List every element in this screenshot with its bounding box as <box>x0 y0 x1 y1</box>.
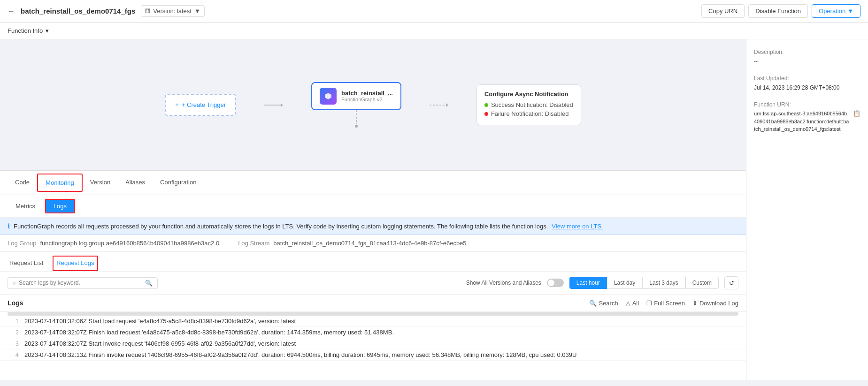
req-tab-list[interactable]: Request List <box>8 256 45 271</box>
function-node-container: fx batch_reinstall_... FunctionGraph v2 <box>311 82 401 128</box>
copy-urn-icon[interactable]: 📋 <box>853 110 860 117</box>
function-info-bar[interactable]: Function Info ▾ <box>0 23 868 39</box>
version-select[interactable]: ⚅ Version: latest ▼ <box>141 5 205 17</box>
function-icon: fx <box>320 88 337 105</box>
time-buttons: Last hour Last day Last 3 days Custom <box>569 277 719 289</box>
log-group-value: functiongraph.log.group.ae649160b8564b40… <box>40 240 219 247</box>
vertical-connector <box>356 110 357 124</box>
search-action-label: Search <box>599 300 618 307</box>
tab-monitoring[interactable]: Monitoring <box>39 174 81 191</box>
plus-icon: + <box>175 101 179 108</box>
async-success-item: Success Notification: Disabled <box>484 101 573 108</box>
log-line-number: 3 <box>8 340 19 347</box>
function-node-text: batch_reinstall_... FunctionGraph v2 <box>341 90 393 102</box>
function-urn-section: Function URN: urn:fss:ap-southeast-3:ae6… <box>754 101 860 133</box>
download-icon: ⇓ <box>692 300 698 307</box>
tab-code[interactable]: Code <box>8 173 37 192</box>
log-line: 12023-07-14T08:32:06Z Start load request… <box>0 316 746 327</box>
graph-area: + + Create Trigger fx <box>0 39 746 171</box>
fullscreen-button[interactable]: ❐ Full Screen <box>646 300 685 307</box>
filter-funnel-icon: ▿ <box>13 280 16 287</box>
failure-label: Failure Notification: Disabled <box>491 110 568 117</box>
time-btn-last-day[interactable]: Last day <box>607 277 642 289</box>
top-bar-right: Copy URN Disable Function Operation ▼ <box>701 4 860 18</box>
operation-label: Operation <box>819 8 845 15</box>
back-button[interactable]: ← <box>8 7 15 15</box>
connector-dot <box>354 124 358 128</box>
time-btn-custom[interactable]: Custom <box>685 277 719 289</box>
async-notification-box: Configure Async Notification Success Not… <box>476 84 581 125</box>
success-dot-icon <box>484 103 488 107</box>
log-stream-item: Log Stream batch_reinstall_os_demo0714_f… <box>238 240 466 247</box>
search-filter-bar: ▿ 🔍 Show All Versions and Aliases Last h… <box>0 272 746 295</box>
tab-configuration[interactable]: Configuration <box>153 173 204 192</box>
search-icon[interactable]: 🔍 <box>145 280 153 287</box>
function-info-label: Function Info <box>8 27 43 34</box>
main-tabs-bar: Code Monitoring Version Aliases Configur… <box>0 171 746 195</box>
logs-section: Logs 🔍 Search △ All ❐ Full Screen <box>0 295 746 380</box>
search-action-button[interactable]: 🔍 Search <box>589 300 618 307</box>
create-trigger-box[interactable]: + + Create Trigger <box>165 94 236 116</box>
log-line-text: 2023-07-14T08:32:06Z Start load request … <box>24 318 296 325</box>
tab-aliases[interactable]: Aliases <box>118 173 153 192</box>
refresh-button[interactable]: ↺ <box>724 276 738 289</box>
function-node[interactable]: fx batch_reinstall_... FunctionGraph v2 <box>311 82 401 110</box>
search-box: ▿ 🔍 <box>8 277 158 289</box>
connector-arrow2 <box>430 100 448 110</box>
create-trigger-label: + Create Trigger <box>182 101 226 108</box>
req-tab-logs[interactable]: Request Logs <box>54 257 96 269</box>
info-banner-text: FunctionGraph records all requests proce… <box>14 223 548 230</box>
disable-function-button[interactable]: Disable Function <box>748 4 808 18</box>
lts-link[interactable]: View more on LTS. <box>552 223 603 230</box>
log-line-number: 4 <box>8 351 19 358</box>
log-line: 42023-07-14T08:32:13Z Finish invoke requ… <box>0 349 746 361</box>
log-meta-bar: Log Group functiongraph.log.group.ae6491… <box>0 235 746 252</box>
operation-button[interactable]: Operation ▼ <box>812 4 860 18</box>
log-line-text: 2023-07-14T08:32:07Z Start invoke reques… <box>24 340 296 347</box>
graph-inner: + + Create Trigger fx <box>165 82 581 128</box>
svg-point-4 <box>355 125 358 128</box>
tab-monitoring-wrapper: Monitoring <box>37 174 83 192</box>
log-line-number: 1 <box>8 318 19 325</box>
svg-marker-1 <box>281 103 283 107</box>
logs-title: Logs <box>8 299 23 307</box>
download-log-button[interactable]: ⇓ Download Log <box>692 300 738 307</box>
info-icon: ℹ <box>8 222 10 230</box>
function-node-name: batch_reinstall_... <box>341 90 393 97</box>
fullscreen-icon: ❐ <box>646 300 652 307</box>
search-input[interactable] <box>19 280 145 286</box>
sub-tab-metrics[interactable]: Metrics <box>8 199 43 213</box>
version-label: Version: latest <box>153 8 192 15</box>
main-layout: + + Create Trigger fx <box>0 39 868 380</box>
description-value: -- <box>754 57 860 66</box>
urn-row: urn:fss:ap-southeast-3:ae649160b8564b409… <box>754 110 860 133</box>
chevron-down-icon: ▼ <box>194 8 200 15</box>
failure-dot-icon <box>484 112 488 116</box>
sub-tab-logs[interactable]: Logs <box>46 200 74 212</box>
copy-urn-button[interactable]: Copy URN <box>701 4 745 18</box>
function-node-sub: FunctionGraph v2 <box>341 97 393 102</box>
right-panel: Description: -- Last Updated: Jul 14, 20… <box>746 39 868 380</box>
function-urn-label: Function URN: <box>754 101 860 108</box>
async-failure-item: Failure Notification: Disabled <box>484 110 573 117</box>
log-line-text: 2023-07-14T08:32:07Z Finish load request… <box>24 329 394 336</box>
all-filter-button[interactable]: △ All <box>626 300 639 307</box>
search-action-icon: 🔍 <box>589 300 597 307</box>
version-aliases-toggle[interactable] <box>547 279 564 287</box>
time-btn-last-hour[interactable]: Last hour <box>569 277 607 289</box>
tab-version[interactable]: Version <box>83 173 118 192</box>
svg-text:fx: fx <box>326 92 331 99</box>
time-btn-last-3-days[interactable]: Last 3 days <box>642 277 685 289</box>
sub-tab-logs-wrapper: Logs <box>45 199 75 213</box>
sub-tabs-bar: Metrics Logs <box>0 195 746 218</box>
logs-actions: 🔍 Search △ All ❐ Full Screen ⇓ Download … <box>589 300 738 307</box>
last-updated-section: Last Updated: Jul 14, 2023 16:29:28 GMT+… <box>754 75 860 92</box>
download-label: Download Log <box>699 300 738 307</box>
last-updated-value: Jul 14, 2023 16:29:28 GMT+08:00 <box>754 83 860 92</box>
filter-right: Show All Versions and Aliases Last hour … <box>466 276 738 289</box>
log-line: 32023-07-14T08:32:07Z Start invoke reque… <box>0 338 746 349</box>
filter-icon: △ <box>626 300 630 307</box>
last-updated-label: Last Updated: <box>754 75 860 82</box>
log-line-number: 2 <box>8 329 19 336</box>
scrollbar[interactable] <box>8 312 738 316</box>
